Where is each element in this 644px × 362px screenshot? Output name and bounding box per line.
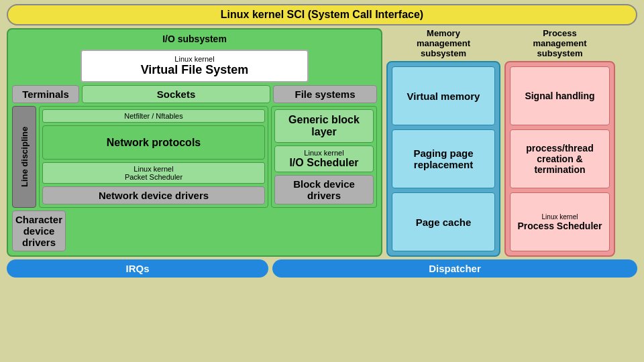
memory-boxes: Virtual memory Paging page replacement P…	[386, 61, 500, 257]
block-device-drivers-label: Block device drivers	[278, 178, 370, 201]
io-scheduler-big: I/O Scheduler	[289, 157, 358, 169]
bottom-bar: IRQs Dispatcher	[7, 259, 637, 278]
dispatcher-bar: Dispatcher	[272, 259, 637, 278]
irqs-label: IRQs	[125, 263, 149, 274]
network-col: Netfilter / Nftables Network protocols L…	[39, 106, 268, 208]
network-device-drivers-box: Network device drivers	[42, 186, 265, 204]
vfs-big: Virtual File System	[86, 63, 303, 77]
packet-scheduler-box: Linux kernel Packet Scheduler	[42, 162, 265, 184]
signal-handling-label: Signal handling	[525, 90, 594, 101]
generic-block-label: Generic block layer	[279, 114, 369, 138]
memory-header-line2: management	[417, 38, 470, 48]
irqs-bar: IRQs	[7, 259, 268, 278]
io-subsystem-header: I/O subsystem	[12, 34, 377, 44]
tsf-row: Terminals Sockets File systems	[12, 85, 377, 103]
network-device-drivers-label: Network device drivers	[99, 190, 209, 201]
page-cache-label: Page cache	[416, 217, 472, 228]
block-device-drivers-box: Block device drivers	[274, 175, 374, 204]
sockets-label: Sockets	[157, 88, 196, 100]
process-scheduler-big: Process Scheduler	[517, 221, 602, 231]
memory-header-line3: subsystem	[421, 48, 466, 58]
virtual-memory-label: Virtual memory	[407, 90, 480, 102]
io-subsystem: I/O subsystem Linux kernel Virtual File …	[7, 28, 382, 257]
page-cache-box: Page cache	[392, 192, 495, 251]
process-col: Process management subsystem Signal hand…	[504, 28, 615, 257]
network-protocols-label: Network protocols	[107, 137, 201, 149]
netfilter-box: Netfilter / Nftables	[42, 109, 265, 123]
sci-bar: Linux kernel SCI (System Call Interface)	[7, 4, 637, 25]
vfs-box: Linux kernel Virtual File System	[80, 50, 309, 82]
char-row: Character device drivers	[12, 210, 377, 251]
process-boxes: Signal handling process/thread creation …	[504, 61, 615, 257]
thread-creation-label: process/thread creation & termination	[515, 143, 605, 175]
process-header-line3: subsystem	[537, 48, 583, 58]
process-scheduler-box: Linux kernel Process Scheduler	[510, 192, 610, 251]
memory-header: Memory management subsystem	[386, 28, 500, 58]
memory-col: Memory management subsystem Virtual memo…	[386, 28, 500, 257]
dispatcher-label: Dispatcher	[429, 263, 481, 274]
char-device-label: Character device drivers	[15, 214, 62, 248]
virtual-memory-box: Virtual memory	[392, 66, 495, 125]
process-scheduler-small: Linux kernel	[542, 213, 578, 221]
io-scheduler-small: Linux kernel	[304, 149, 343, 157]
filesystems-box: File systems	[273, 85, 377, 103]
process-header-line1: Process	[543, 28, 577, 38]
line-discipline: Line discipline	[12, 106, 36, 208]
packet-scheduler-big: Packet Scheduler	[45, 173, 262, 181]
io-scheduler-box: Linux kernel I/O Scheduler	[274, 145, 374, 172]
packet-scheduler-small: Linux kernel	[45, 165, 262, 173]
process-header-line2: management	[533, 38, 586, 48]
filesystems-label: File systems	[294, 88, 355, 100]
netfilter-label: Netfilter / Nftables	[124, 112, 182, 120]
network-protocols-box: Network protocols	[42, 125, 265, 160]
block-col: Generic block layer Linux kernel I/O Sch…	[271, 106, 377, 208]
terminals-box: Terminals	[12, 85, 79, 103]
memory-header-line1: Memory	[427, 28, 460, 38]
signal-handling-box: Signal handling	[510, 66, 610, 125]
line-discipline-label: Line discipline	[19, 127, 30, 187]
terminals-label: Terminals	[22, 88, 69, 100]
paging-box: Paging page replacement	[392, 129, 495, 188]
sockets-box: Sockets	[82, 85, 270, 103]
lower-io: Line discipline Netfilter / Nftables Net…	[12, 106, 377, 208]
process-header: Process management subsystem	[504, 28, 615, 58]
char-device-box: Character device drivers	[12, 210, 66, 251]
thread-creation-box: process/thread creation & termination	[510, 129, 610, 188]
vfs-small: Linux kernel	[86, 55, 303, 63]
generic-block-box: Generic block layer	[274, 109, 374, 143]
paging-label: Paging page replacement	[396, 147, 490, 170]
